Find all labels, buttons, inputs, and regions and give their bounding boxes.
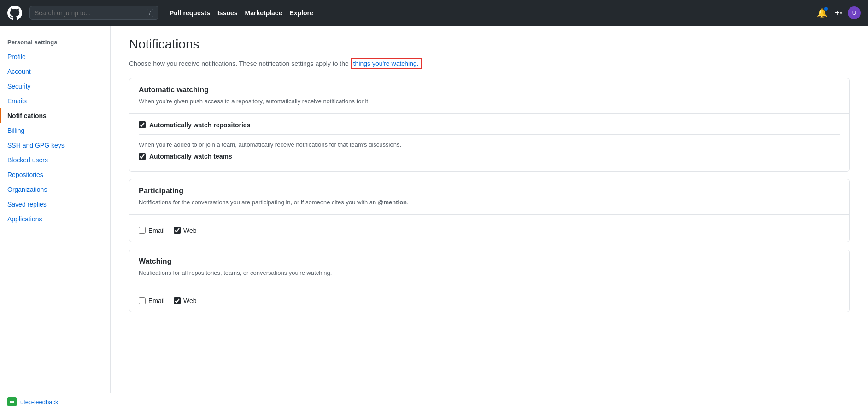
watching-title: Watching [139,257,840,266]
watching-section: Watching Notifications for all repositor… [129,250,850,313]
auto-watch-repos-checkbox[interactable] [139,121,146,128]
things-watching-link[interactable]: things you're watching. [351,58,422,69]
participating-email-item: Email [139,227,164,234]
participating-web-label[interactable]: Web [183,227,197,234]
notifications-bell-button[interactable]: 🔔 [815,6,829,20]
sidebar-item-emails[interactable]: Emails [0,94,110,108]
auto-watch-repos-row: Automatically watch repositories [139,121,840,129]
sidebar-item-organizations[interactable]: Organizations [0,182,110,197]
sidebar-item-billing[interactable]: Billing [0,123,110,138]
watching-body: Email Web [129,285,849,312]
watching-header: Watching Notifications for all repositor… [129,250,849,285]
participating-options: Email Web [139,227,840,234]
user-avatar[interactable]: U [848,6,861,19]
sidebar-item-security[interactable]: Security [0,79,110,94]
sidebar-item-account[interactable]: Account [0,64,110,79]
participating-body: Email Web [129,215,849,242]
automatic-watching-title: Automatic watching [139,86,840,94]
site-header: / Pull requests Issues Marketplace Explo… [0,0,868,26]
sidebar: Personal settings Profile Account Securi… [0,26,111,410]
description-text-before: Choose how you receive notifications. Th… [129,60,349,67]
sidebar-item-repositories[interactable]: Repositories [0,167,110,182]
participating-section: Participating Notifications for the conv… [129,179,850,242]
watching-email-checkbox[interactable] [139,297,146,304]
watching-options: Email Web [139,297,840,304]
nav-pull-requests[interactable]: Pull requests [170,9,210,17]
sidebar-item-ssh-gpg[interactable]: SSH and GPG keys [0,138,110,153]
automatic-watching-section: Automatic watching When you're given pus… [129,78,850,172]
auto-watch-teams-checkbox[interactable] [139,153,146,160]
github-logo-icon[interactable] [7,6,22,20]
participating-email-label[interactable]: Email [148,227,164,234]
sidebar-item-profile[interactable]: Profile [0,49,110,64]
header-nav: Pull requests Issues Marketplace Explore [170,9,313,17]
watching-desc: Notifications for all repositories, team… [139,268,840,278]
user-small-avatar [7,397,17,406]
sidebar-user-area: utep-feedback [0,393,111,410]
nav-issues[interactable]: Issues [217,9,238,17]
watching-email-label[interactable]: Email [148,297,164,304]
participating-email-checkbox[interactable] [139,227,146,234]
participating-header: Participating Notifications for the conv… [129,179,849,215]
automatic-watching-desc: When you're given push access to a repos… [139,97,840,106]
participating-title: Participating [139,187,840,195]
chevron-down-icon: ▾ [840,11,842,16]
link-highlight: things you're watching. [351,58,422,69]
auto-watch-teams-desc: When you're added to or join a team, aut… [139,140,840,149]
automatic-watching-header: Automatic watching When you're given pus… [129,78,849,114]
sidebar-item-blocked-users[interactable]: Blocked users [0,153,110,167]
auto-watch-teams-row: Automatically watch teams [139,153,840,160]
mention-bold: @mention [378,199,407,206]
participating-desc: Notifications for the conversations you … [139,198,840,207]
search-bar[interactable]: / [29,6,158,20]
nav-marketplace[interactable]: Marketplace [245,9,282,17]
watching-web-item: Web [174,297,197,304]
nav-explore[interactable]: Explore [289,9,313,17]
auto-watch-teams-label[interactable]: Automatically watch teams [149,153,232,160]
section-divider [139,134,840,135]
watching-email-item: Email [139,297,164,304]
notification-dot [824,7,828,11]
auto-watch-repos-label[interactable]: Automatically watch repositories [149,121,250,129]
page-wrapper: Personal settings Profile Account Securi… [0,26,868,410]
search-input[interactable] [35,9,143,17]
automatic-watching-body: Automatically watch repositories When yo… [129,114,849,172]
search-slash-icon: / [147,9,153,17]
sidebar-username-link[interactable]: utep-feedback [20,398,58,405]
header-right-actions: 🔔 + ▾ U [815,6,861,20]
svg-rect-0 [8,398,16,405]
sidebar-item-applications[interactable]: Applications [0,212,110,226]
watching-web-checkbox[interactable] [174,297,181,304]
avatar-image: U [852,10,856,16]
sidebar-item-notifications[interactable]: Notifications [0,108,110,123]
main-content: Notifications Choose how you receive not… [111,26,868,410]
sidebar-item-saved-replies[interactable]: Saved replies [0,197,110,212]
sidebar-heading: Personal settings [0,37,110,49]
participating-web-item: Web [174,227,197,234]
plus-icon: + [834,8,840,18]
page-description: Choose how you receive notifications. Th… [129,59,850,69]
page-title: Notifications [129,37,850,52]
participating-web-checkbox[interactable] [174,227,181,234]
watching-web-label[interactable]: Web [183,297,197,304]
create-new-button[interactable]: + ▾ [833,6,844,20]
